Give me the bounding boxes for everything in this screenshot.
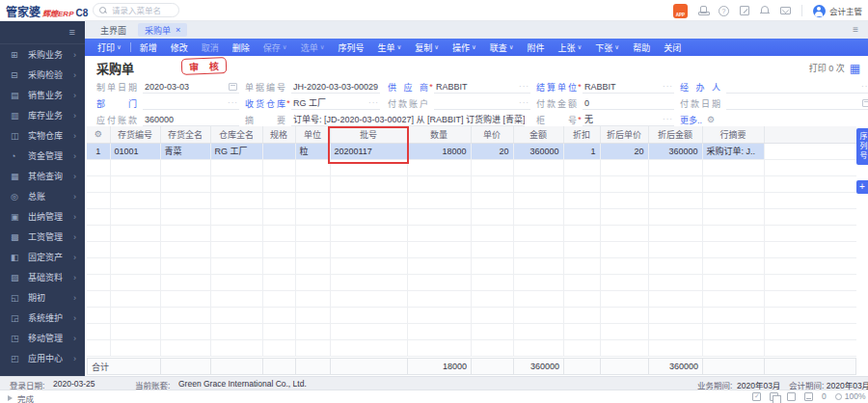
sidebar-item-opening-balance[interactable]: ◱期初› (0, 287, 85, 308)
col-header-line-summary[interactable]: 行摘要 (702, 126, 764, 143)
field-payment-amount[interactable]: 付款金额 0 (536, 96, 676, 110)
col-header-qty[interactable]: 数量 (407, 126, 471, 143)
col-header-item-no[interactable]: 存货编号 (110, 126, 160, 143)
field-settlement-unit[interactable]: 结算单位* RABBIT··· (536, 80, 676, 94)
table-row-empty[interactable] (87, 175, 856, 192)
cell-item-name[interactable]: 青菜 (160, 143, 210, 159)
cell-unit[interactable]: 粒 (295, 143, 330, 159)
sidebar-item-purchase-inspection[interactable]: ⊟采购检验› (0, 65, 85, 85)
table-row-empty[interactable] (87, 290, 856, 307)
cell-unit-price[interactable]: 20 (471, 143, 513, 159)
toolbar-previous[interactable]: 上张∨ (552, 41, 589, 54)
sidebar-item-base-data[interactable]: ▨基础资料› (0, 267, 85, 287)
cell-qty[interactable]: 18000 (407, 143, 471, 159)
sidebar-item-system-maintenance[interactable]: ◲系统维护› (0, 308, 85, 328)
cell-amount[interactable]: 360000 (513, 143, 563, 159)
field-summary[interactable]: 摘要 订单号: [JD-2020-03-03-00027] 从 [RABBIT]… (245, 113, 527, 126)
ellipsis-button[interactable]: ··· (519, 82, 529, 91)
sidebar-item-payroll[interactable]: ▩工资管理› (0, 227, 85, 247)
ellipsis-button[interactable]: ··· (861, 82, 868, 91)
toolbar-action[interactable]: 操作∨ (446, 41, 483, 54)
tab-purchase-order[interactable]: 采购单 × (138, 23, 187, 37)
cell-discounted-amount[interactable]: 360000 (648, 143, 702, 159)
toolbar-generate[interactable]: 生单∨ (370, 41, 408, 54)
sidebar-item-funds[interactable]: ◔资金管理› (0, 146, 85, 166)
table-row-empty[interactable] (87, 257, 856, 274)
grid-settings-gear-icon[interactable]: ⚙ (95, 129, 102, 139)
col-header-unit-price[interactable]: 单价 (471, 126, 513, 143)
settings-gear-icon[interactable]: ⚙ (707, 115, 715, 124)
field-container-no[interactable]: 柜号* 无··· (536, 113, 676, 126)
calendar-icon[interactable] (862, 99, 868, 107)
app-promo-badge-icon[interactable]: APP (673, 4, 688, 18)
serial-number-side-tab[interactable]: 序列号 (856, 128, 868, 165)
user-menu[interactable]: 会计主管 (813, 5, 862, 17)
sidebar-item-other-query[interactable]: ▦其他查询› (0, 166, 85, 186)
table-row-empty[interactable] (87, 225, 856, 241)
toolbar-modify[interactable]: 修改 (164, 41, 195, 54)
ellipsis-button[interactable]: ··· (228, 98, 238, 107)
stamp-icon[interactable] (698, 6, 708, 15)
table-row-empty[interactable] (87, 208, 856, 225)
col-header-spec[interactable]: 规格 (262, 126, 295, 143)
col-header-batch-no[interactable]: 批号 (330, 126, 407, 143)
sidebar-item-physical-warehouse[interactable]: ◫实物仓库› (0, 125, 85, 146)
cell-discount[interactable]: 1 (563, 143, 600, 159)
toolbar-help[interactable]: 帮助 (626, 41, 657, 54)
sidebar-item-cashier[interactable]: ▣出纳管理› (0, 206, 85, 227)
calendar-icon[interactable] (229, 83, 237, 91)
more-link[interactable]: 更多.. (680, 114, 702, 126)
toolbar-attachment[interactable]: 附件 (521, 41, 552, 54)
col-header-discounted-price[interactable]: 折后单价 (600, 126, 648, 143)
toolbar-copy[interactable]: 复制∨ (408, 41, 446, 54)
field-supplier[interactable]: 供应商* RABBIT··· (388, 80, 532, 94)
toolbar-new[interactable]: 新增 (133, 41, 164, 54)
message-icon[interactable] (780, 7, 791, 14)
table-row-empty[interactable] (87, 339, 856, 356)
table-row-empty[interactable] (87, 274, 856, 290)
table-row-empty[interactable] (87, 159, 856, 175)
table-row-empty[interactable] (87, 241, 856, 257)
toolbar-serial-number[interactable]: 序列号 (331, 41, 370, 54)
sidebar-item-purchase[interactable]: ⊞采购业务› (0, 44, 85, 65)
col-header-discount[interactable]: 折扣 (563, 126, 600, 143)
col-header-warehouse[interactable]: 仓库全名 (210, 126, 262, 143)
col-header-unit[interactable]: 单位 (295, 126, 330, 143)
field-department[interactable]: 部门 ··· (96, 96, 244, 110)
close-icon[interactable]: × (176, 25, 180, 35)
sidebar-item-general-ledger[interactable]: ◎总账› (0, 186, 85, 206)
field-payment-account[interactable]: 付款账户 ··· (388, 96, 532, 110)
note-icon[interactable] (740, 6, 749, 15)
sidebar-item-app-center[interactable]: ◰应用中心› (0, 348, 85, 368)
add-row-button[interactable]: + (856, 180, 868, 194)
toolbar-linked-query[interactable]: 联查∨ (483, 41, 521, 54)
table-row-selected[interactable]: 1 01001 青菜 RG 工厂 粒 20200117 18000 20 360… (87, 143, 856, 159)
cell-spec[interactable] (262, 143, 295, 159)
monitor-icon[interactable] (804, 392, 813, 401)
col-header-amount[interactable]: 金额 (513, 126, 563, 143)
toolbar-print[interactable]: 打印∨ (91, 41, 128, 54)
table-row-empty[interactable] (87, 307, 856, 323)
zoom-control[interactable]: 100% (835, 391, 866, 401)
cell-warehouse[interactable]: RG 工厂 (210, 143, 262, 159)
sidebar-item-sales[interactable]: ▤销售业务› (0, 85, 85, 105)
ellipsis-button[interactable]: ··· (368, 98, 379, 107)
search-input[interactable] (110, 5, 172, 16)
field-doc-no[interactable]: 单据编号 JH-2020-03-03-00029··· (245, 80, 382, 94)
field-agent[interactable]: 经办人 ··· (680, 80, 868, 94)
toolbar-close[interactable]: 关闭 (657, 41, 688, 54)
compatibility-check-icon[interactable] (752, 392, 761, 401)
table-row-empty[interactable] (87, 323, 856, 339)
cell-batch-no[interactable]: 20200117 (330, 143, 407, 159)
table-row-empty[interactable] (87, 192, 856, 208)
notification-bell-icon[interactable] (760, 6, 770, 15)
cell-item-no[interactable]: 01001 (110, 143, 160, 159)
toolbar-delete[interactable]: 删除 (226, 41, 257, 54)
menu-search-box[interactable] (93, 3, 179, 17)
sidebar-item-mobile[interactable]: ◳移动管理› (0, 328, 85, 348)
ellipsis-button[interactable]: ··· (368, 82, 379, 91)
tab-home[interactable]: 主界面 (95, 24, 132, 37)
shield-icon[interactable] (787, 392, 796, 401)
sidebar-collapse-icon[interactable]: ≡ (69, 26, 75, 38)
ellipsis-button[interactable]: ··· (513, 115, 524, 123)
